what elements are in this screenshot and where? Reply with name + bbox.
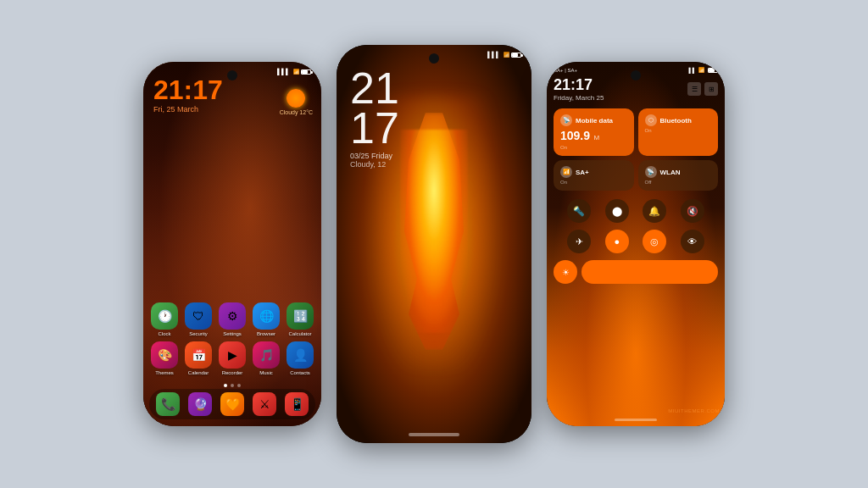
status-icons: ▌▌ 📶 — [688, 67, 718, 73]
weather-text: Cloudy 12°C — [280, 109, 313, 115]
page-dot-1 — [224, 384, 227, 387]
phone3-time: 21:17 — [554, 76, 604, 94]
brightness-slider[interactable] — [581, 260, 718, 284]
dock-app2[interactable]: 🔮 — [188, 392, 212, 416]
mobile-data-icon: 📡 — [560, 114, 572, 126]
phone3-screen: SA+ | SA+ ▌▌ 📶 21:17 Friday, March 25 ☰ … — [547, 62, 725, 426]
dock-app3[interactable]: 🧡 — [220, 392, 244, 416]
app-calendar[interactable]: 📅 Calendar — [185, 341, 212, 375]
app-browser[interactable]: 🌐 Browser — [253, 302, 280, 336]
app-clock[interactable]: 🕐 Clock — [151, 302, 178, 336]
phone2-weather: Cloudy, 12 — [350, 160, 399, 169]
app-settings[interactable]: ⚙ Settings — [219, 302, 246, 336]
brightness-slider-row: ☀ — [554, 260, 718, 284]
bell-button[interactable]: 🔔 — [643, 199, 666, 223]
status-icons: ▌▌▌ 📶 — [277, 69, 311, 75]
control-center-tiles: 📡 Mobile data 109.9 M On ⬡ Bluetooth — [547, 103, 725, 196]
page-dot-3 — [237, 384, 241, 387]
phone-2: ▌▌▌ 📶 21 17 03/25 Friday Cloudy, 12 — [337, 45, 531, 443]
round-buttons-row2: ✈ ● ◎ 👁 — [547, 226, 725, 257]
wlan-tile[interactable]: 📡 WLAN Off — [638, 160, 719, 191]
mobile-data-unit: M — [594, 134, 600, 141]
home-indicator — [409, 433, 459, 436]
quick-access-icons: ☰ ⊞ — [687, 82, 718, 96]
app-recorder[interactable]: ▶ Recorder — [219, 341, 246, 375]
button-2[interactable]: ⬤ — [605, 199, 629, 223]
mobile-data-value: 109.9 — [560, 129, 590, 142]
phone-3: SA+ | SA+ ▌▌ 📶 21:17 Friday, March 25 ☰ … — [547, 62, 725, 426]
round-buttons-row1: 🔦 ⬤ 🔔 🔇 — [547, 196, 725, 226]
dock: 📞 🔮 🧡 ⚔ 📱 — [149, 389, 315, 419]
grid-icon[interactable]: ⊞ — [704, 82, 718, 96]
app-music[interactable]: 🎵 Music — [253, 341, 280, 375]
airplane-button[interactable]: ✈ — [567, 230, 591, 253]
sa-plus-tile[interactable]: 📶 SA+ On — [554, 160, 634, 191]
flame-core — [400, 130, 468, 333]
punch-hole-camera — [631, 70, 641, 80]
dock-phone[interactable]: 📞 — [156, 392, 180, 416]
apps-row-2: 🎨 Themes 📅 Calendar ▶ Recorder 🎵 Music — [151, 341, 314, 375]
dock-app5[interactable]: 📱 — [285, 392, 309, 416]
bluetooth-status: On — [645, 128, 712, 133]
mobile-data-label: Mobile data — [576, 117, 613, 125]
menu-icon[interactable]: ☰ — [687, 82, 701, 96]
sa-plus-label: SA+ — [576, 169, 589, 176]
location-button[interactable]: ◎ — [643, 230, 666, 253]
eye-button[interactable]: 👁 — [681, 230, 704, 253]
phone2-time-block: 21 17 03/25 Friday Cloudy, 12 — [350, 69, 399, 169]
app-calculator[interactable]: 🔢 Calculator — [287, 302, 314, 336]
status-icons: ▌▌▌ 📶 — [487, 52, 521, 58]
app-icons: 🕐 Clock 🛡 Security ⚙ Settings 🌐 Browser — [143, 302, 321, 375]
sa-icon: 📶 — [560, 166, 572, 178]
watermark: MIUITHEMER.COM — [668, 408, 720, 413]
wlan-icon: 📡 — [645, 166, 657, 178]
brightness-button[interactable]: ● — [605, 230, 629, 253]
phone1-screen: ▌▌▌ 📶 21:17 Fri, 25 March Cloudy 12°C 🕐 … — [143, 62, 321, 426]
app-themes[interactable]: 🎨 Themes — [151, 341, 178, 375]
sun-icon: ☀ — [554, 260, 577, 284]
dock-app4[interactable]: ⚔ — [253, 392, 276, 416]
sa-plus-status: On — [560, 180, 627, 185]
app-security[interactable]: 🛡 Security — [185, 302, 212, 336]
phone2-date: 03/25 Friday — [350, 152, 399, 160]
phone-1: ▌▌▌ 📶 21:17 Fri, 25 March Cloudy 12°C 🕐 … — [143, 62, 321, 426]
page-dots — [224, 384, 241, 387]
phone3-date: Friday, March 25 — [554, 94, 604, 102]
apps-row-1: 🕐 Clock 🛡 Security ⚙ Settings 🌐 Browser — [151, 302, 314, 336]
weather-icon — [287, 89, 305, 108]
home-indicator — [615, 419, 657, 421]
bluetooth-label: Bluetooth — [660, 117, 692, 125]
wlan-status: Off — [645, 180, 712, 185]
mobile-data-tile[interactable]: 📡 Mobile data 109.9 M On — [554, 108, 634, 156]
button-4[interactable]: 🔇 — [681, 199, 704, 223]
bluetooth-tile[interactable]: ⬡ Bluetooth On — [638, 108, 719, 156]
bluetooth-icon: ⬡ — [645, 114, 657, 126]
phone2-screen: ▌▌▌ 📶 21 17 03/25 Friday Cloudy, 12 — [337, 45, 531, 443]
network-type: SA+ | SA+ — [554, 68, 577, 73]
flashlight-button[interactable]: 🔦 — [567, 199, 591, 223]
phone2-time: 21 17 — [350, 69, 399, 148]
page-dot-2 — [231, 384, 234, 387]
wlan-label: WLAN — [660, 169, 681, 176]
phone1-weather: Cloudy 12°C — [280, 89, 313, 115]
status-bar: ▌▌▌ 📶 — [337, 45, 531, 59]
app-contacts[interactable]: 👤 Contacts — [287, 341, 314, 375]
punch-hole-camera — [227, 70, 237, 80]
mobile-data-status: On — [560, 145, 627, 150]
